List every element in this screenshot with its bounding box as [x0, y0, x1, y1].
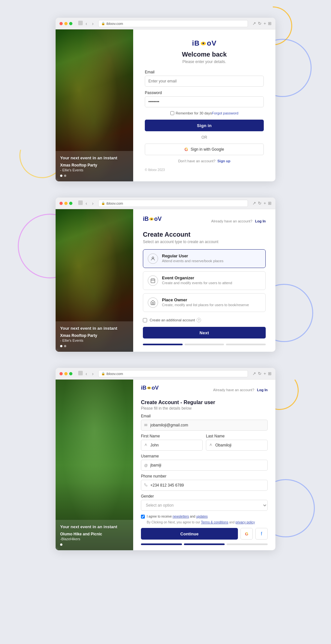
nav-back-btn-2[interactable]: ‹: [83, 200, 89, 206]
browser-nav-2: ‹ ›: [77, 200, 96, 206]
browser-window-1: ‹ › 🔒 ibloov.com ↗ ↻ + ⊞ Your next event…: [56, 18, 275, 181]
account-option-regular[interactable]: Regular User Attend events and reserve/b…: [143, 249, 266, 268]
remember-label[interactable]: Remember for 30 days: [170, 111, 212, 115]
option-desc-organizer: Create and modify events for users to at…: [162, 281, 232, 285]
continue-button[interactable]: Continue: [141, 528, 238, 540]
nav-back-btn[interactable]: ‹: [83, 21, 89, 27]
dot-yellow-2[interactable]: [64, 202, 68, 205]
name-row: First Name Last Name: [141, 434, 268, 454]
logo-text-ib-2: iB: [143, 216, 149, 222]
progress-seg-3: [226, 344, 266, 345]
create-regular-subtitle: Please fill in the details below: [141, 406, 268, 411]
login-subtitle: Please enter your details.: [182, 59, 226, 64]
refresh-icon[interactable]: ↻: [258, 21, 262, 26]
create-regular-title: Create Account - Regular user: [141, 400, 268, 405]
nav-forward-btn-2[interactable]: ›: [90, 200, 96, 206]
dot-red-2[interactable]: [59, 202, 63, 205]
slide-dots-1: [60, 175, 129, 177]
tabs-icon-3[interactable]: ⊞: [268, 371, 272, 376]
remember-text: Remember for 30 days: [176, 111, 212, 115]
already-row-reg: Already have an account? Log In: [213, 387, 268, 392]
more-icon-3[interactable]: +: [263, 371, 266, 376]
phone-input[interactable]: [141, 480, 268, 491]
logo-eye-pupil: [202, 43, 204, 44]
browser-url-bar-2[interactable]: 🔒 ibloov.com: [98, 200, 248, 207]
lock-icon-3: 🔒: [101, 372, 105, 375]
dot-green-2[interactable]: [69, 202, 72, 205]
browser-url-bar-3[interactable]: 🔒 ibloov.com: [98, 370, 248, 377]
slide-dot-2[interactable]: [64, 175, 66, 177]
logo-ov-3: oV: [152, 385, 159, 391]
additional-account-checkbox[interactable]: [143, 318, 147, 322]
browser-window-2: ‹ › 🔒 ibloov.com ↗ ↻ + ⊞ Your next event…: [56, 198, 275, 352]
refresh-icon-3[interactable]: ↻: [258, 371, 262, 376]
username-input[interactable]: [141, 460, 268, 471]
dot-green-3[interactable]: [69, 372, 72, 375]
slide-dot-2-1[interactable]: [60, 345, 62, 347]
signup-link[interactable]: Sign up: [217, 159, 230, 163]
overlay-tagline-1: Your next event in an instant: [60, 156, 129, 160]
email-input[interactable]: [145, 76, 264, 87]
forgot-password-link[interactable]: Forgot password: [212, 111, 238, 115]
dot-red[interactable]: [59, 22, 63, 25]
right-panel-login: iB oV Welcome back Please enter your det…: [133, 29, 275, 181]
tabs-icon[interactable]: ⊞: [268, 21, 272, 26]
reg-email-input[interactable]: [141, 420, 268, 431]
login-link-reg[interactable]: Log In: [257, 388, 268, 392]
header-row-create: iB oV Already have an account? Log In: [143, 216, 266, 226]
nav-forward-btn-3[interactable]: ›: [90, 371, 96, 377]
right-panel-create: iB oV Already have an account? Log In Cr…: [133, 209, 275, 352]
help-icon[interactable]: ?: [197, 318, 201, 322]
nav-forward-btn[interactable]: ›: [90, 21, 96, 27]
facebook-social-btn[interactable]: f: [255, 528, 268, 540]
tabs-icon-2[interactable]: ⊞: [268, 201, 272, 206]
dot-green[interactable]: [69, 22, 72, 25]
google-signin-button[interactable]: G Sign in with Google: [145, 144, 264, 155]
share-icon-3[interactable]: ↗: [252, 371, 256, 376]
overlay-event-name-2: Xmas Rooftop Party: [60, 333, 129, 338]
terms-link[interactable]: Terms & conditions: [201, 521, 228, 524]
first-name-input[interactable]: [141, 440, 203, 451]
more-icon-2[interactable]: +: [263, 201, 266, 206]
account-option-organizer[interactable]: Event Organizer Create and modify events…: [143, 271, 266, 290]
dot-red-3[interactable]: [59, 372, 63, 375]
newsletter-checkbox[interactable]: [141, 515, 145, 519]
remember-checkbox[interactable]: [170, 111, 174, 115]
refresh-icon-2[interactable]: ↻: [258, 201, 262, 206]
reg-email-group: Email ✉: [141, 414, 268, 431]
nav-back-btn-3[interactable]: ‹: [83, 371, 89, 377]
next-button[interactable]: Next: [143, 327, 266, 338]
share-icon[interactable]: ↗: [252, 21, 256, 26]
password-input[interactable]: [145, 96, 264, 107]
newsletters-link[interactable]: newsletters: [173, 515, 189, 518]
terms-notice: By Clicking on Next, you agree to our Te…: [147, 520, 255, 525]
logo-text-ov: oV: [207, 39, 217, 48]
progress-reg-seg-2: [184, 543, 225, 545]
browser-nav-3: ‹ ›: [77, 371, 96, 377]
google-social-btn[interactable]: G: [240, 528, 253, 540]
login-link[interactable]: Log In: [255, 219, 266, 223]
already-text: Already have an account?: [211, 219, 252, 223]
slide-dot-1[interactable]: [60, 175, 62, 177]
browser-url-bar-1[interactable]: 🔒 ibloov.com: [98, 20, 248, 27]
at-icon: @: [144, 463, 148, 467]
share-icon-2[interactable]: ↗: [252, 201, 256, 206]
dot-yellow-3[interactable]: [64, 372, 68, 375]
gender-select[interactable]: Select an option Male Female Other Prefe…: [141, 500, 268, 511]
account-option-owner[interactable]: Place Owner Create, modify and list plac…: [143, 293, 266, 312]
privacy-link[interactable]: privacy policy: [235, 521, 255, 524]
ibloov-logo-3: iB oV: [141, 385, 159, 391]
additional-account-text: Create an additional account: [150, 318, 195, 322]
logo-text-ov-2: oV: [154, 216, 162, 222]
slide-dot-3-1[interactable]: [60, 543, 62, 546]
logo-eye-2: [149, 218, 154, 220]
last-name-label: Last Name: [206, 434, 268, 438]
signin-button[interactable]: Sign in: [145, 120, 264, 131]
dot-yellow[interactable]: [64, 22, 68, 25]
facebook-icon: f: [261, 531, 262, 536]
more-icon[interactable]: +: [263, 21, 266, 26]
slide-dot-2-2[interactable]: [64, 345, 66, 347]
create-subtitle: Select an account type to create an acco…: [143, 240, 266, 244]
last-name-input[interactable]: [206, 440, 268, 451]
updates-link[interactable]: updates: [196, 515, 208, 518]
